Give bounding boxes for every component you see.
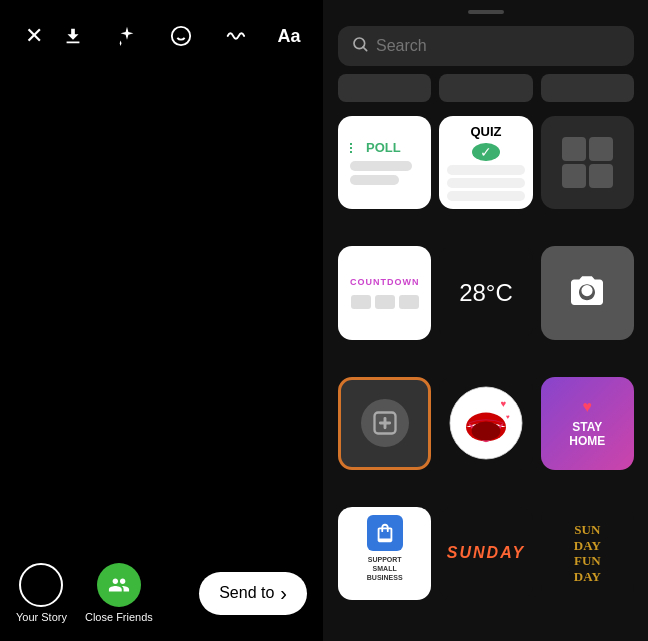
sticker-countdown[interactable]: COUNTDOWN [338, 246, 431, 339]
close-friends-circle [97, 563, 141, 607]
countdown-box-2 [375, 295, 395, 309]
canvas-area [0, 0, 323, 641]
mouth-svg: ♥ ♥ [446, 383, 526, 463]
sticker-support-small-business[interactable]: SUPPORTSMALLBUSINESS [338, 507, 431, 600]
squiggle-icon[interactable] [217, 18, 253, 54]
sticker-sunday[interactable]: SUNDAY [439, 507, 532, 600]
sticker-panel: POLL QUIZ ✓ [324, 0, 648, 641]
sparkle-icon[interactable] [109, 18, 145, 54]
category-tab-3[interactable] [541, 74, 634, 102]
search-bar[interactable] [338, 26, 634, 66]
svg-point-11 [472, 422, 501, 441]
counter-seg-3 [562, 164, 586, 188]
counter-seg-4 [589, 164, 613, 188]
sunday-label: SUNDAY [447, 544, 525, 562]
sticker-camera[interactable] [541, 246, 634, 339]
svg-rect-5 [350, 143, 352, 145]
bottom-bar: Your Story Close Friends Send to › [0, 549, 323, 641]
your-story-button[interactable]: Your Story [16, 563, 67, 623]
svg-rect-6 [350, 147, 352, 149]
sticker-temperature[interactable]: 28°C [439, 246, 532, 339]
send-to-label: Send to [219, 584, 274, 602]
sticker-mouth[interactable]: ♥ ♥ [439, 377, 532, 470]
svg-text:♥: ♥ [500, 398, 506, 409]
send-to-arrow: › [280, 582, 287, 605]
category-tab-2[interactable] [439, 74, 532, 102]
close-friends-label: Close Friends [85, 611, 153, 623]
face-icon[interactable] [163, 18, 199, 54]
camera-icon [567, 273, 607, 312]
svg-line-4 [363, 47, 367, 51]
panel-handle [468, 10, 504, 14]
counter-seg-1 [562, 137, 586, 161]
countdown-box-1 [351, 295, 371, 309]
poll-label: POLL [350, 140, 401, 155]
your-story-label: Your Story [16, 611, 67, 623]
sticker-quiz[interactable]: QUIZ ✓ [439, 116, 532, 209]
stay-home-heart: ♥ [583, 398, 593, 416]
category-tabs [324, 74, 648, 112]
shopping-bag-icon [367, 515, 403, 551]
close-friends-button[interactable]: Close Friends [85, 563, 153, 623]
category-tab-1[interactable] [338, 74, 431, 102]
counter-seg-2 [589, 137, 613, 161]
svg-text:♥: ♥ [506, 413, 510, 420]
svg-rect-7 [350, 151, 352, 153]
search-input[interactable] [376, 37, 620, 55]
text-aa-icon[interactable]: Aa [271, 18, 307, 54]
support-label: SUPPORTSMALLBUSINESS [367, 555, 403, 582]
close-icon[interactable]: ✕ [16, 18, 52, 54]
add-photo-icon [361, 399, 409, 447]
sticker-poll[interactable]: POLL [338, 116, 431, 209]
temp-label: 28°C [459, 279, 513, 307]
svg-point-0 [172, 27, 190, 45]
top-toolbar: ✕ [0, 0, 323, 64]
quiz-check-icon: ✓ [472, 143, 500, 161]
your-story-circle [19, 563, 63, 607]
sunfun-label: SUNDAYFUNDAY [574, 522, 601, 584]
sticker-stay-home[interactable]: ♥ STAYHOME [541, 377, 634, 470]
countdown-box-3 [399, 295, 419, 309]
stickers-grid: POLL QUIZ ✓ [324, 112, 648, 641]
sticker-add-photo[interactable] [338, 377, 431, 470]
sticker-counter[interactable] [541, 116, 634, 209]
sticker-sunday-funday[interactable]: SUNDAYFUNDAY [541, 507, 634, 600]
left-panel: ✕ [0, 0, 324, 641]
stay-home-text: STAYHOME [569, 420, 605, 449]
countdown-title: COUNTDOWN [350, 277, 420, 287]
download-icon[interactable] [55, 18, 91, 54]
search-icon [352, 36, 368, 56]
send-to-button[interactable]: Send to › [199, 572, 307, 615]
quiz-title: QUIZ [470, 124, 501, 139]
